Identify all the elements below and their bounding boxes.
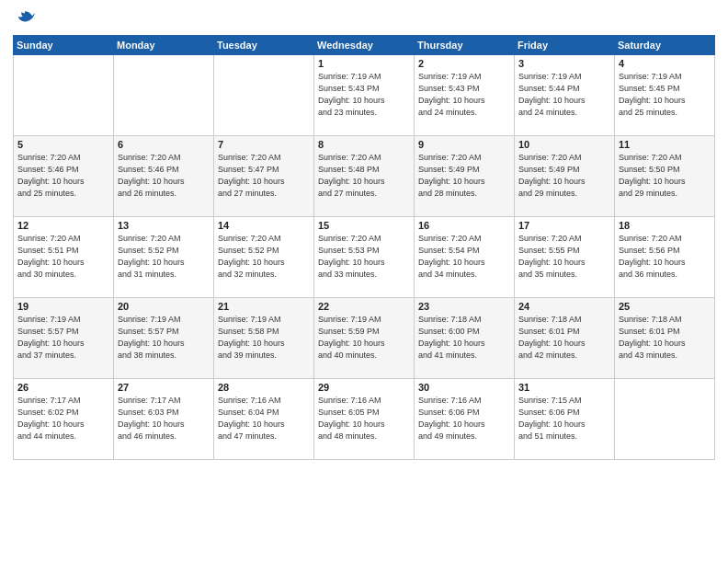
day-number: 15 <box>318 220 410 231</box>
day-number: 2 <box>418 58 510 69</box>
day-number: 27 <box>118 382 210 393</box>
day-cell: 4Sunrise: 7:19 AM Sunset: 5:45 PM Daylig… <box>615 55 715 136</box>
day-cell: 19Sunrise: 7:19 AM Sunset: 5:57 PM Dayli… <box>14 298 114 379</box>
day-cell: 13Sunrise: 7:20 AM Sunset: 5:52 PM Dayli… <box>114 217 214 298</box>
day-cell: 21Sunrise: 7:19 AM Sunset: 5:58 PM Dayli… <box>214 298 314 379</box>
day-info: Sunrise: 7:20 AM Sunset: 5:48 PM Dayligh… <box>318 152 410 200</box>
day-number: 18 <box>619 220 711 231</box>
day-number: 10 <box>518 139 610 150</box>
day-cell: 10Sunrise: 7:20 AM Sunset: 5:49 PM Dayli… <box>515 136 615 217</box>
day-info: Sunrise: 7:20 AM Sunset: 5:52 PM Dayligh… <box>218 233 310 281</box>
day-cell: 12Sunrise: 7:20 AM Sunset: 5:51 PM Dayli… <box>14 217 114 298</box>
day-number: 14 <box>218 220 310 231</box>
page: SundayMondayTuesdayWednesdayThursdayFrid… <box>0 0 728 563</box>
calendar: SundayMondayTuesdayWednesdayThursdayFrid… <box>13 35 715 460</box>
day-number: 29 <box>318 382 410 393</box>
day-cell: 14Sunrise: 7:20 AM Sunset: 5:52 PM Dayli… <box>214 217 314 298</box>
day-number: 21 <box>218 301 310 312</box>
week-row-4: 26Sunrise: 7:17 AM Sunset: 6:02 PM Dayli… <box>14 379 715 460</box>
day-number: 22 <box>318 301 410 312</box>
day-cell <box>14 55 114 136</box>
day-header-tuesday: Tuesday <box>214 36 314 55</box>
day-number: 23 <box>418 301 510 312</box>
day-cell: 27Sunrise: 7:17 AM Sunset: 6:03 PM Dayli… <box>114 379 214 460</box>
day-header-saturday: Saturday <box>615 36 715 55</box>
day-number: 26 <box>17 382 109 393</box>
day-number: 25 <box>619 301 711 312</box>
day-cell <box>214 55 314 136</box>
day-number: 9 <box>418 139 510 150</box>
day-cell: 24Sunrise: 7:18 AM Sunset: 6:01 PM Dayli… <box>515 298 615 379</box>
day-info: Sunrise: 7:20 AM Sunset: 5:51 PM Dayligh… <box>17 233 109 281</box>
day-info: Sunrise: 7:20 AM Sunset: 5:49 PM Dayligh… <box>418 152 510 200</box>
day-info: Sunrise: 7:15 AM Sunset: 6:06 PM Dayligh… <box>518 395 610 442</box>
day-cell: 22Sunrise: 7:19 AM Sunset: 5:59 PM Dayli… <box>314 298 415 379</box>
day-cell: 11Sunrise: 7:20 AM Sunset: 5:50 PM Dayli… <box>615 136 715 217</box>
day-info: Sunrise: 7:16 AM Sunset: 6:06 PM Dayligh… <box>418 395 510 442</box>
day-info: Sunrise: 7:19 AM Sunset: 5:45 PM Dayligh… <box>619 71 711 119</box>
day-number: 6 <box>118 139 210 150</box>
day-header-friday: Friday <box>515 36 615 55</box>
week-row-1: 5Sunrise: 7:20 AM Sunset: 5:46 PM Daylig… <box>14 136 715 217</box>
day-cell: 17Sunrise: 7:20 AM Sunset: 5:55 PM Dayli… <box>515 217 615 298</box>
day-info: Sunrise: 7:20 AM Sunset: 5:52 PM Dayligh… <box>118 233 210 281</box>
day-info: Sunrise: 7:16 AM Sunset: 6:05 PM Dayligh… <box>318 395 410 442</box>
day-cell: 1Sunrise: 7:19 AM Sunset: 5:43 PM Daylig… <box>314 55 415 136</box>
day-number: 8 <box>318 139 410 150</box>
day-cell: 5Sunrise: 7:20 AM Sunset: 5:46 PM Daylig… <box>14 136 114 217</box>
day-info: Sunrise: 7:18 AM Sunset: 6:01 PM Dayligh… <box>518 314 610 362</box>
day-cell: 31Sunrise: 7:15 AM Sunset: 6:06 PM Dayli… <box>515 379 615 460</box>
day-number: 28 <box>218 382 310 393</box>
day-number: 3 <box>518 58 610 69</box>
day-info: Sunrise: 7:20 AM Sunset: 5:47 PM Dayligh… <box>218 152 310 200</box>
day-info: Sunrise: 7:19 AM Sunset: 5:44 PM Dayligh… <box>518 71 610 119</box>
day-number: 12 <box>17 220 109 231</box>
day-number: 24 <box>518 301 610 312</box>
day-info: Sunrise: 7:19 AM Sunset: 5:43 PM Dayligh… <box>418 71 510 119</box>
week-row-3: 19Sunrise: 7:19 AM Sunset: 5:57 PM Dayli… <box>14 298 715 379</box>
day-cell: 25Sunrise: 7:18 AM Sunset: 6:01 PM Dayli… <box>615 298 715 379</box>
day-number: 1 <box>318 58 410 69</box>
logo <box>13 9 37 29</box>
day-info: Sunrise: 7:20 AM Sunset: 5:46 PM Dayligh… <box>17 152 109 200</box>
day-cell: 29Sunrise: 7:16 AM Sunset: 6:05 PM Dayli… <box>314 379 415 460</box>
week-row-2: 12Sunrise: 7:20 AM Sunset: 5:51 PM Dayli… <box>14 217 715 298</box>
day-cell: 3Sunrise: 7:19 AM Sunset: 5:44 PM Daylig… <box>515 55 615 136</box>
day-info: Sunrise: 7:19 AM Sunset: 5:57 PM Dayligh… <box>118 314 210 362</box>
day-header-monday: Monday <box>114 36 214 55</box>
day-info: Sunrise: 7:20 AM Sunset: 5:56 PM Dayligh… <box>619 233 711 281</box>
day-cell: 16Sunrise: 7:20 AM Sunset: 5:54 PM Dayli… <box>415 217 515 298</box>
day-cell: 30Sunrise: 7:16 AM Sunset: 6:06 PM Dayli… <box>415 379 515 460</box>
day-number: 31 <box>518 382 610 393</box>
week-row-0: 1Sunrise: 7:19 AM Sunset: 5:43 PM Daylig… <box>14 55 715 136</box>
day-info: Sunrise: 7:19 AM Sunset: 5:59 PM Dayligh… <box>318 314 410 362</box>
day-info: Sunrise: 7:18 AM Sunset: 6:01 PM Dayligh… <box>619 314 711 362</box>
day-number: 19 <box>17 301 109 312</box>
day-number: 16 <box>418 220 510 231</box>
day-header-sunday: Sunday <box>14 36 114 55</box>
day-number: 7 <box>218 139 310 150</box>
day-number: 13 <box>118 220 210 231</box>
day-number: 11 <box>619 139 711 150</box>
day-cell: 6Sunrise: 7:20 AM Sunset: 5:46 PM Daylig… <box>114 136 214 217</box>
day-info: Sunrise: 7:19 AM Sunset: 5:43 PM Dayligh… <box>318 71 410 119</box>
day-info: Sunrise: 7:20 AM Sunset: 5:46 PM Dayligh… <box>118 152 210 200</box>
day-number: 4 <box>619 58 711 69</box>
day-cell: 26Sunrise: 7:17 AM Sunset: 6:02 PM Dayli… <box>14 379 114 460</box>
day-info: Sunrise: 7:17 AM Sunset: 6:02 PM Dayligh… <box>17 395 109 442</box>
day-number: 5 <box>17 139 109 150</box>
day-info: Sunrise: 7:19 AM Sunset: 5:58 PM Dayligh… <box>218 314 310 362</box>
day-info: Sunrise: 7:20 AM Sunset: 5:49 PM Dayligh… <box>518 152 610 200</box>
day-info: Sunrise: 7:19 AM Sunset: 5:57 PM Dayligh… <box>17 314 109 362</box>
day-info: Sunrise: 7:16 AM Sunset: 6:04 PM Dayligh… <box>218 395 310 442</box>
day-cell: 7Sunrise: 7:20 AM Sunset: 5:47 PM Daylig… <box>214 136 314 217</box>
day-cell: 23Sunrise: 7:18 AM Sunset: 6:00 PM Dayli… <box>415 298 515 379</box>
day-info: Sunrise: 7:20 AM Sunset: 5:54 PM Dayligh… <box>418 233 510 281</box>
day-cell: 15Sunrise: 7:20 AM Sunset: 5:53 PM Dayli… <box>314 217 415 298</box>
day-number: 30 <box>418 382 510 393</box>
logo-icon <box>15 9 35 29</box>
day-info: Sunrise: 7:17 AM Sunset: 6:03 PM Dayligh… <box>118 395 210 442</box>
header <box>13 9 715 29</box>
day-cell: 18Sunrise: 7:20 AM Sunset: 5:56 PM Dayli… <box>615 217 715 298</box>
day-cell: 2Sunrise: 7:19 AM Sunset: 5:43 PM Daylig… <box>415 55 515 136</box>
